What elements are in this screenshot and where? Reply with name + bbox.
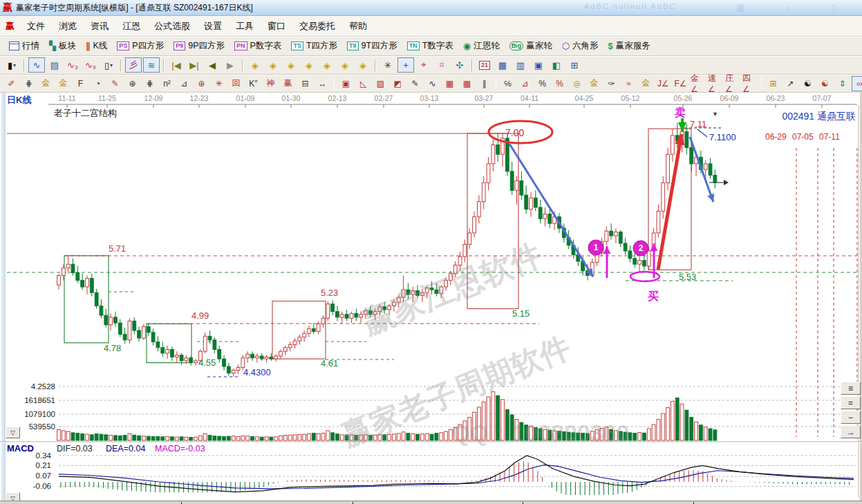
diamond-expand-h-button[interactable]: ◈: [283, 57, 299, 73]
menu-tools[interactable]: 工具: [229, 17, 261, 35]
calendar-button[interactable]: 21: [476, 57, 493, 73]
taiji-tool[interactable]: ☯: [800, 76, 816, 91]
starburst-tool[interactable]: ✳: [211, 76, 227, 91]
notes-tool[interactable]: ▤: [46, 57, 63, 73]
scroll-right-button[interactable]: →: [841, 425, 861, 438]
percent-line-tool[interactable]: %: [552, 76, 568, 91]
si-line-tool[interactable]: 四∠: [742, 76, 758, 91]
brush-tool[interactable]: ✑: [603, 76, 619, 91]
diamond-center-button[interactable]: ◈: [355, 57, 371, 73]
updown-arrows-tool[interactable]: ⇕: [834, 76, 850, 91]
notepad-button[interactable]: ▥: [512, 57, 529, 73]
hexagon-button[interactable]: ⬡六角形: [557, 40, 603, 52]
zhuang-line-tool[interactable]: 庄∠: [724, 76, 740, 91]
f-line-tool[interactable]: F∠: [673, 76, 688, 91]
save-button[interactable]: ▣: [530, 57, 547, 73]
infinity-tool[interactable]: ∞: [852, 76, 862, 91]
dense-grid-tool[interactable]: ▦: [442, 76, 458, 91]
shen-ruler-tool[interactable]: 神: [263, 76, 279, 91]
menu-news[interactable]: 资讯: [84, 17, 115, 35]
gold-ruler-tool[interactable]: 金: [38, 76, 54, 91]
time-circle-tool[interactable]: ⊕: [124, 76, 140, 91]
grid-anchor-tool[interactable]: ⌗: [433, 57, 450, 73]
zigzag-pattern-tool[interactable]: ∿: [28, 57, 45, 73]
gold-ruler-2-tool[interactable]: 金: [55, 76, 71, 91]
gann-wheel-button[interactable]: ◉江恩轮: [458, 40, 505, 52]
taiji-red-tool[interactable]: ☯: [817, 76, 833, 91]
square-spiral-tool[interactable]: 回: [228, 76, 244, 91]
menu-trading[interactable]: 交易委托: [292, 17, 342, 35]
wave-flag-tool[interactable]: 彡: [125, 57, 142, 73]
p-square-button[interactable]: PSP四方形: [112, 40, 169, 52]
polyline-tool[interactable]: ∿: [424, 76, 440, 91]
quotes-button[interactable]: 行情: [4, 40, 44, 52]
hollow-candle-dropdown[interactable]: ▯▾: [100, 57, 117, 73]
measure-tool[interactable]: ⌖: [415, 57, 432, 73]
wave-band-tool[interactable]: ≈: [621, 76, 637, 91]
menu-browse[interactable]: 浏览: [52, 17, 84, 35]
f-ruler-tool[interactable]: F: [73, 76, 88, 91]
t-number-table-button[interactable]: TNT数字表: [402, 40, 458, 52]
compress-max-button[interactable]: ≡: [841, 382, 861, 395]
menu-formula-stock-pick[interactable]: 公式选股: [147, 17, 197, 35]
diamond-shift-left-button[interactable]: ◈: [247, 57, 263, 73]
menu-settings[interactable]: 设置: [197, 17, 229, 35]
j-line-tool[interactable]: J∠: [655, 76, 671, 91]
crosshair-tool[interactable]: ＋: [397, 57, 414, 73]
knot-tool[interactable]: ✣: [451, 57, 468, 73]
percent-tool[interactable]: %: [534, 76, 550, 91]
diamond-compress-all-button[interactable]: ◈: [337, 57, 353, 73]
gold-level-tool[interactable]: 金: [586, 76, 602, 91]
gann-grid-box-tool[interactable]: ▨: [373, 76, 388, 91]
first-bar-button[interactable]: |◀: [168, 57, 185, 73]
chart-canvas[interactable]: 11-1111-2512-0912-2301-0901-3002-1302-27…: [0, 93, 862, 504]
menu-file[interactable]: 文件: [20, 17, 52, 35]
gann-pen-tool[interactable]: ✐: [3, 76, 19, 91]
angle-pen-tool[interactable]: ✎: [407, 76, 423, 91]
wave-3-tool[interactable]: ∿₃: [64, 57, 81, 73]
menu-gann[interactable]: 江恩: [115, 17, 147, 35]
width-measure-tool[interactable]: ↔: [315, 76, 330, 91]
menu-window[interactable]: 窗口: [261, 17, 292, 35]
sectors-button[interactable]: ▚板块: [44, 40, 81, 52]
compress-mid-button[interactable]: =: [841, 396, 861, 409]
dense-grid-2-tool[interactable]: ▦: [459, 76, 475, 91]
color-wave-tool[interactable]: ≋: [143, 57, 160, 73]
gann-square-fan-tool[interactable]: ◩: [390, 76, 406, 91]
t-square-button[interactable]: TST四方形: [286, 40, 342, 52]
pan-hand-tool[interactable]: ✳: [380, 57, 396, 73]
percent-angle-tool[interactable]: ⊿: [517, 76, 533, 91]
kline-button[interactable]: ∥K线: [81, 40, 112, 52]
gold-circle-tool[interactable]: ◎: [569, 76, 585, 91]
diamond-compress-h-button[interactable]: ◈: [301, 57, 317, 73]
gann-fan-tool[interactable]: ◺: [355, 76, 371, 91]
bottom-scroll-strip[interactable]: [0, 501, 862, 504]
k-quote-tool[interactable]: K″: [245, 76, 261, 91]
price-ruler-tool[interactable]: ⋕: [21, 76, 37, 91]
diamond-expand-all-button[interactable]: ◈: [319, 57, 335, 73]
n-square-tool[interactable]: n²: [159, 76, 175, 91]
ying-ruler-tool[interactable]: 赢: [280, 76, 296, 91]
print-button[interactable]: ⊞: [566, 57, 583, 73]
gold-line-tool[interactable]: 金∠: [690, 76, 706, 91]
winner-wheel-button[interactable]: Big赢家轮: [505, 40, 557, 52]
p-number-table-button[interactable]: PNP数字表: [229, 40, 286, 52]
red-pen-tool[interactable]: ✎: [107, 76, 123, 91]
last-bar-button[interactable]: ▶|: [186, 57, 203, 73]
gann-box-tool[interactable]: ▣: [338, 76, 354, 91]
time-ruler-tool[interactable]: ⋕: [142, 76, 158, 91]
calculator-button[interactable]: ▦: [494, 57, 511, 73]
circle-target-tool[interactable]: ⊕: [194, 76, 209, 91]
trend-draw-tool[interactable]: ↗: [783, 76, 798, 91]
compress-min-button[interactable]: −: [841, 411, 861, 424]
9t-square-button[interactable]: T99T四方形: [342, 40, 402, 52]
mirror-angle-tool[interactable]: ⊿: [176, 76, 192, 91]
diamond-shift-right-button[interactable]: ◈: [265, 57, 281, 73]
winner-service-button[interactable]: $赢家服务: [603, 40, 655, 52]
gold-bar-tool[interactable]: 金: [638, 76, 654, 91]
wave-9-tool[interactable]: ∿₉: [82, 57, 99, 73]
candle-style-dropdown[interactable]: ▮▾: [3, 57, 20, 73]
menu-help[interactable]: 帮助: [342, 17, 374, 35]
9p-square-button[interactable]: P99P四方形: [169, 40, 229, 52]
parallel-lines-tool[interactable]: ∥: [476, 76, 492, 91]
